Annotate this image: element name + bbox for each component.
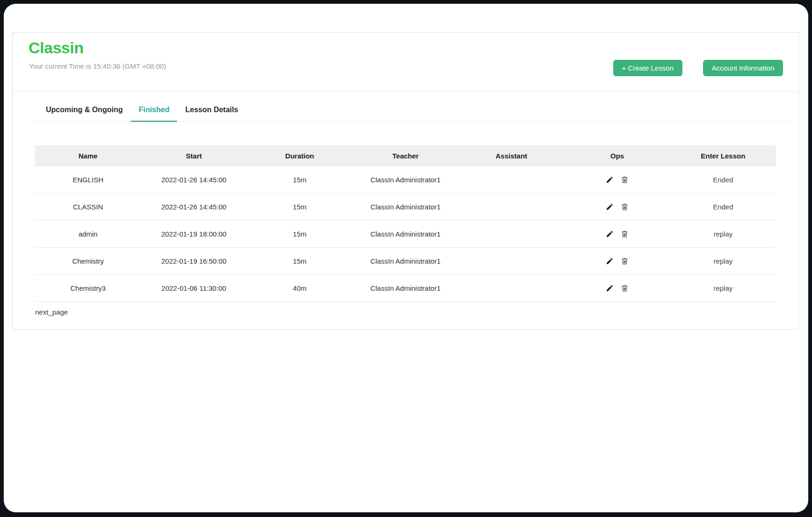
cell-ops <box>564 176 670 184</box>
cell-ops <box>564 257 670 265</box>
lessons-card: Classin Your current Time is 15:40:36 (G… <box>12 32 799 330</box>
cell-teacher: ClassIn Administrator1 <box>353 176 458 184</box>
create-lesson-button[interactable]: + Create Lesson <box>613 60 683 76</box>
cell-teacher: ClassIn Administrator1 <box>353 230 458 238</box>
column-header-teacher: Teacher <box>353 152 458 160</box>
cell-ops <box>564 284 670 292</box>
cell-enter-lesson: Ended <box>670 176 776 184</box>
column-header-assistant: Assistant <box>458 152 564 160</box>
cell-enter-lesson: Ended <box>670 203 776 211</box>
table-row: Chemistry2022-01-19 16:50:0015mClassIn A… <box>35 248 776 275</box>
cell-duration: 15m <box>247 230 353 238</box>
cell-name: admin <box>35 230 141 238</box>
delete-icon[interactable] <box>621 230 629 238</box>
cell-enter-lesson[interactable]: replay <box>670 284 776 292</box>
cell-start: 2022-01-26 14:45:00 <box>141 176 246 184</box>
current-time-text: Your current Time is 15:40:36 (GMT +08:0… <box>29 62 166 70</box>
table-header-row: NameStartDurationTeacherAssistantOpsEnte… <box>35 145 776 166</box>
cell-start: 2022-01-06 11:30:00 <box>141 284 246 292</box>
table-row: CLASSIN2022-01-26 14:45:0015mClassIn Adm… <box>35 194 776 221</box>
cell-start: 2022-01-26 14:45:00 <box>141 203 246 211</box>
delete-icon[interactable] <box>621 257 629 265</box>
column-header-name: Name <box>35 152 141 160</box>
tab-finished[interactable]: Finished <box>130 106 177 122</box>
cell-start: 2022-01-19 16:50:00 <box>141 257 246 265</box>
next-page-link[interactable]: next_page <box>35 308 68 316</box>
cell-enter-lesson[interactable]: replay <box>670 230 776 238</box>
cell-duration: 15m <box>247 203 353 211</box>
cell-duration: 15m <box>247 176 353 184</box>
cell-enter-lesson[interactable]: replay <box>670 257 776 265</box>
delete-icon[interactable] <box>621 176 629 184</box>
table-row: Chemistry32022-01-06 11:30:0040mClassIn … <box>35 275 776 302</box>
cell-name: Chemistry3 <box>35 284 141 292</box>
column-header-enter-lesson: Enter Lesson <box>670 152 776 160</box>
cell-ops <box>564 203 670 211</box>
column-header-ops: Ops <box>564 152 670 160</box>
account-information-button[interactable]: Account Information <box>703 60 783 76</box>
card-header: Classin Your current Time is 15:40:36 (G… <box>13 33 798 92</box>
column-header-duration: Duration <box>247 152 353 160</box>
cell-name: ENGLISH <box>35 176 141 184</box>
delete-icon[interactable] <box>621 203 629 211</box>
table-row: admin2022-01-19 18:00:0015mClassIn Admin… <box>35 221 776 248</box>
cell-duration: 40m <box>247 284 353 292</box>
table-row: ENGLISH2022-01-26 14:45:0015mClassIn Adm… <box>35 166 776 194</box>
column-header-start: Start <box>141 152 246 160</box>
classin-logo: Classin <box>29 38 83 57</box>
edit-icon[interactable] <box>606 257 614 265</box>
tabs: Upcoming & OngoingFinishedLesson Details <box>31 92 790 122</box>
edit-icon[interactable] <box>606 284 614 292</box>
tab-lesson-details[interactable]: Lesson Details <box>177 106 246 122</box>
table-body: ENGLISH2022-01-26 14:45:0015mClassIn Adm… <box>35 166 776 302</box>
delete-icon[interactable] <box>621 284 629 292</box>
lessons-table: NameStartDurationTeacherAssistantOpsEnte… <box>35 145 776 302</box>
app-screen: Classin Your current Time is 15:40:36 (G… <box>4 4 808 512</box>
cell-teacher: ClassIn Administrator1 <box>353 203 458 211</box>
cell-duration: 15m <box>247 257 353 265</box>
cell-teacher: ClassIn Administrator1 <box>353 257 458 265</box>
cell-name: Chemistry <box>35 257 141 265</box>
edit-icon[interactable] <box>606 203 614 211</box>
tab-upcoming-ongoing[interactable]: Upcoming & Ongoing <box>38 106 130 122</box>
cell-teacher: ClassIn Administrator1 <box>353 284 458 292</box>
cell-start: 2022-01-19 18:00:00 <box>141 230 246 238</box>
edit-icon[interactable] <box>606 230 614 238</box>
cell-ops <box>564 230 670 238</box>
cell-name: CLASSIN <box>35 203 141 211</box>
edit-icon[interactable] <box>606 176 614 184</box>
